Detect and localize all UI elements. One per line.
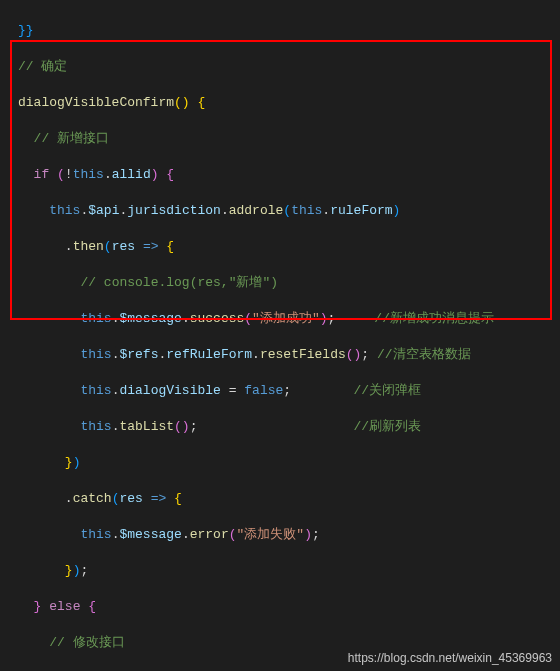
code-line: }) [18, 454, 560, 472]
code-line: this.$api.jurisdiction.addrole(this.rule… [18, 202, 560, 220]
code-line: } else { [18, 598, 560, 616]
code-line: this.$refs.refRuleForm.resetFields(); //… [18, 346, 560, 364]
code-line: .catch(res => { [18, 490, 560, 508]
code-line: dialogVisibleConfirm() { [18, 94, 560, 112]
code-line: this.dialogVisible = false; //关闭弹框 [18, 382, 560, 400]
code-line: // 确定 [18, 58, 560, 76]
code-line: // 新增接口 [18, 130, 560, 148]
watermark-text: https://blog.csdn.net/weixin_45369963 [348, 649, 552, 667]
code-line: }} [18, 22, 560, 40]
code-line: }); [18, 562, 560, 580]
code-line: // console.log(res,"新增") [18, 274, 560, 292]
code-line: .then(res => { [18, 238, 560, 256]
code-line: this.tabList(); //刷新列表 [18, 418, 560, 436]
code-editor[interactable]: }} // 确定 dialogVisibleConfirm() { // 新增接… [0, 0, 560, 671]
code-line: this.$message.error("添加失败"); [18, 526, 560, 544]
code-line: if (!this.allid) { [18, 166, 560, 184]
code-line: this.$message.success("添加成功"); //新增成功消息提… [18, 310, 560, 328]
